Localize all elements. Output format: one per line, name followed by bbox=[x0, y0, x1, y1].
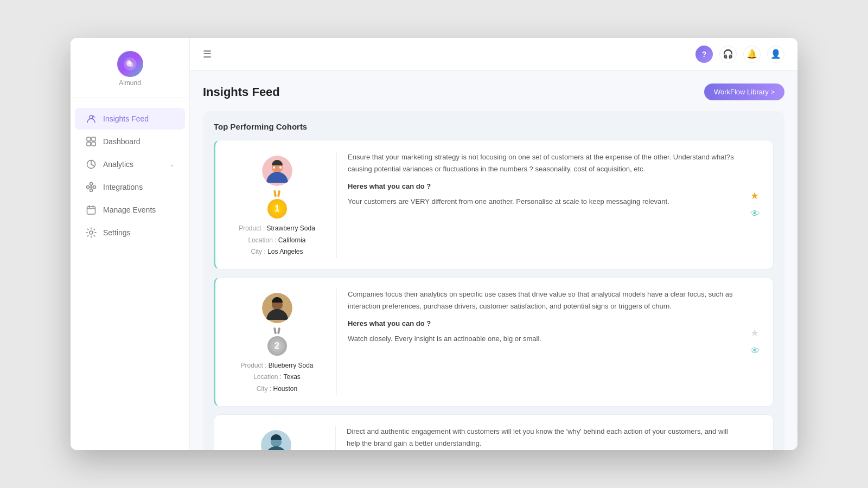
header-left: ☰ bbox=[203, 48, 212, 60]
sidebar-item-manage-events[interactable]: Manage Events bbox=[75, 199, 185, 221]
cohorts-section: Top Performing Cohorts bbox=[203, 111, 784, 450]
card-body-1: Ensure that your marketing strategy is n… bbox=[348, 151, 742, 258]
eye-icon-1[interactable]: 👁 bbox=[750, 208, 760, 220]
svg-point-12 bbox=[90, 183, 93, 185]
svg-rect-8 bbox=[92, 142, 95, 146]
analytics-icon bbox=[86, 159, 97, 170]
card-description-2: Companies focus their analytics on speci… bbox=[348, 288, 742, 312]
svg-point-4 bbox=[90, 115, 93, 119]
card-actions-3: ★ 👁 bbox=[742, 426, 760, 450]
dashboard-label: Dashboard bbox=[103, 137, 141, 146]
hamburger-icon[interactable]: ☰ bbox=[203, 48, 212, 60]
svg-rect-14 bbox=[87, 207, 95, 214]
avatar-3 bbox=[261, 430, 291, 450]
medal-2: 2 bbox=[267, 328, 287, 356]
bell-icon[interactable]: 🔔 bbox=[743, 46, 761, 63]
card-action-label-1: Heres what you can do ? bbox=[348, 181, 742, 192]
sidebar-item-settings[interactable]: Settings bbox=[75, 222, 185, 243]
manage-events-label: Manage Events bbox=[103, 206, 156, 214]
card-description-3: Direct and authentic engagement with cus… bbox=[347, 426, 742, 450]
insights-icon bbox=[86, 113, 97, 124]
card-left-3: 3 Product : Mint Soda bbox=[227, 426, 336, 450]
rank-badge-2: 2 bbox=[267, 336, 287, 356]
card-meta-1: Product : Strawberry Soda Location : Cal… bbox=[239, 223, 315, 258]
svg-point-13 bbox=[90, 189, 93, 192]
card-meta-2: Product : Blueberry Soda Location : Texa… bbox=[240, 360, 313, 395]
integrations-label: Integrations bbox=[103, 183, 143, 191]
headphones-icon[interactable]: 🎧 bbox=[719, 46, 737, 63]
analytics-chevron: ⌄ bbox=[170, 162, 174, 168]
medal-1: 1 bbox=[267, 190, 287, 219]
svg-point-3 bbox=[128, 61, 131, 64]
logo-icon bbox=[117, 51, 143, 77]
eye-icon-2[interactable]: 👁 bbox=[750, 345, 760, 357]
card-actions-1: ★ 👁 bbox=[742, 151, 760, 258]
analytics-label: Analytics bbox=[103, 160, 133, 169]
cohorts-title: Top Performing Cohorts bbox=[214, 122, 774, 131]
svg-rect-7 bbox=[87, 142, 91, 146]
avatar-1 bbox=[262, 156, 292, 186]
card-action-label-2: Heres what you can do ? bbox=[348, 318, 742, 330]
settings-label: Settings bbox=[103, 228, 131, 237]
card-left-2: 2 Product : Blueberry Soda Location : Te… bbox=[228, 288, 337, 395]
sidebar: Aimund Insights Feed bbox=[71, 38, 190, 450]
help-badge[interactable]: ? bbox=[695, 46, 713, 63]
logo-text: Aimund bbox=[119, 79, 141, 87]
avatar-2 bbox=[262, 293, 292, 323]
card-body-2: Companies focus their analytics on speci… bbox=[348, 288, 742, 395]
star-icon-2[interactable]: ★ bbox=[750, 327, 760, 339]
card-description-1: Ensure that your marketing strategy is n… bbox=[348, 151, 742, 175]
svg-point-11 bbox=[93, 186, 96, 189]
logo-area: Aimund bbox=[71, 38, 189, 98]
insights-feed-label: Insights Feed bbox=[103, 114, 149, 123]
page-title: Insights Feed bbox=[203, 85, 280, 99]
sidebar-item-analytics[interactable]: Analytics ⌄ bbox=[75, 153, 185, 175]
insight-card-3: 3 Product : Mint Soda Direct and authent… bbox=[214, 414, 774, 450]
card-left-1: 1 Product : Strawberry Soda Location : C… bbox=[228, 151, 337, 258]
insight-card-2: 2 Product : Blueberry Soda Location : Te… bbox=[214, 277, 774, 407]
settings-icon bbox=[86, 227, 97, 238]
card-action-text-2: Watch closely. Every insight is an actin… bbox=[348, 333, 742, 345]
rank-badge-1: 1 bbox=[267, 199, 287, 219]
card-actions-2: ★ 👁 bbox=[742, 288, 760, 395]
main-content: ☰ ? 🎧 🔔 👤 Insights Feed WorkFlow Library… bbox=[190, 38, 797, 450]
app-window: Aimund Insights Feed bbox=[71, 38, 797, 450]
sidebar-item-dashboard[interactable]: Dashboard bbox=[75, 131, 185, 152]
card-body-3: Direct and authentic engagement with cus… bbox=[347, 426, 742, 450]
svg-point-18 bbox=[273, 166, 275, 169]
page-header: Insights Feed WorkFlow Library > bbox=[203, 84, 784, 100]
workflow-library-button[interactable]: WorkFlow Library > bbox=[704, 84, 784, 100]
header-right: ? 🎧 🔔 👤 bbox=[695, 46, 784, 63]
svg-rect-6 bbox=[92, 137, 95, 141]
svg-point-10 bbox=[87, 186, 90, 189]
integrations-icon bbox=[86, 182, 97, 192]
svg-rect-5 bbox=[87, 137, 91, 141]
svg-point-15 bbox=[90, 231, 93, 234]
events-icon bbox=[86, 204, 97, 215]
card-action-text-1: Your customers are VERY different from o… bbox=[348, 196, 742, 208]
dashboard-icon bbox=[86, 136, 97, 147]
star-icon-1[interactable]: ★ bbox=[750, 190, 760, 202]
sidebar-nav: Insights Feed Dashboard bbox=[71, 98, 189, 450]
header: ☰ ? 🎧 🔔 👤 bbox=[190, 38, 797, 70]
insight-card-1: 1 Product : Strawberry Soda Location : C… bbox=[214, 140, 774, 269]
user-icon[interactable]: 👤 bbox=[767, 46, 784, 63]
page-content: Insights Feed WorkFlow Library > Top Per… bbox=[190, 70, 797, 450]
sidebar-item-insights-feed[interactable]: Insights Feed bbox=[75, 108, 185, 130]
sidebar-item-integrations[interactable]: Integrations bbox=[75, 176, 185, 198]
svg-point-19 bbox=[279, 166, 282, 169]
